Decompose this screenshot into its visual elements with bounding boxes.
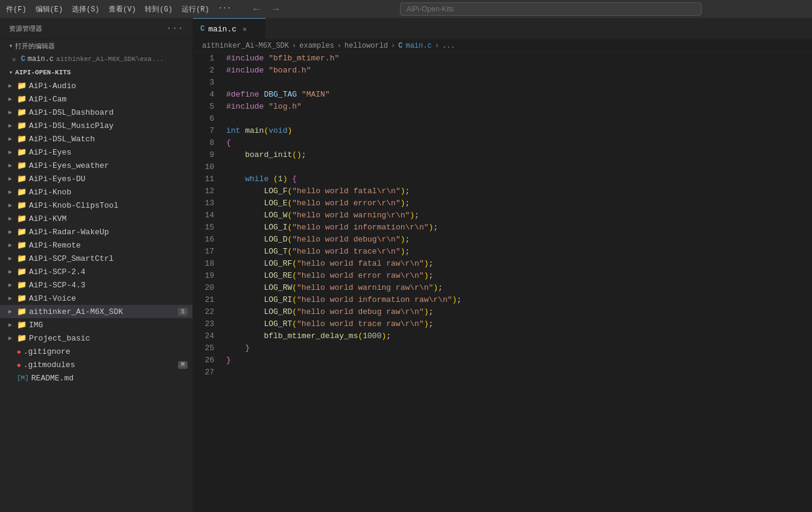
menu-edit[interactable]: 编辑(E) — [36, 4, 63, 14]
sidebar-item-_gitmodules[interactable]: ◆.gitmodulesM — [0, 358, 192, 371]
code-editor[interactable]: 1#include "bflb_mtimer.h"2#include "boar… — [193, 53, 812, 512]
line-content[interactable]: LOG_RW("hello world warning raw\r\n"); — [223, 282, 812, 294]
line-content[interactable]: #include "bflb_mtimer.h" — [223, 53, 812, 65]
sidebar-item-IMG[interactable]: 📁IMG — [0, 318, 192, 331]
sidebar-item-AiPi_DSL_MusicPlay[interactable]: 📁AiPi-DSL_MusicPlay — [0, 119, 192, 132]
token-punct — [226, 235, 264, 244]
folder-icon: 📁 — [17, 174, 27, 184]
breadcrumb-file: main.c — [405, 42, 431, 50]
folder-arrow — [6, 255, 14, 262]
line-number: 14 — [193, 210, 223, 222]
token-num: 1 — [278, 174, 283, 184]
line-content[interactable]: LOG_RE("hello world error raw\r\n"); — [223, 270, 812, 282]
tree-item-label: IMG — [29, 321, 43, 330]
tab-main-c[interactable]: C main.c ✕ — [193, 18, 265, 39]
line-content[interactable]: int main(void) — [223, 125, 812, 137]
sidebar-item-AiPi_Audio[interactable]: 📁AiPi-Audio — [0, 79, 192, 92]
token-paren: ) — [297, 150, 302, 159]
line-content[interactable]: LOG_T("hello world trace\r\n"); — [223, 246, 812, 258]
sidebar-item-AiPi_Voice[interactable]: 📁AiPi-Voice — [0, 292, 192, 305]
line-content[interactable]: } — [223, 342, 812, 354]
token-fn: LOG_F — [264, 187, 287, 196]
folder-icon: 📁 — [17, 147, 27, 157]
menu-file[interactable]: 件(F) — [6, 4, 27, 14]
line-content[interactable]: while (1) { — [223, 173, 812, 185]
sidebar-item-AiPi_SCP_4_3[interactable]: 📁AiPi-SCP-4.3 — [0, 278, 192, 292]
line-content[interactable]: LOG_W("hello world warning\r\n"); — [223, 210, 812, 222]
sidebar-item-AiPi_KVM[interactable]: 📁AiPi-KVM — [0, 212, 192, 225]
line-content[interactable]: LOG_D("hello world debug\r\n"); — [223, 234, 812, 246]
line-content[interactable] — [223, 113, 812, 125]
menu-view[interactable]: 查看(V) — [109, 4, 136, 14]
sidebar-item-Project_basic[interactable]: 📁Project_basic — [0, 331, 192, 345]
open-file-item[interactable]: ✕ C main.c aithinker_Ai-M6X_SDK\exa... — [0, 53, 192, 66]
line-number: 1 — [193, 53, 223, 65]
forward-button[interactable]: → — [268, 4, 283, 14]
sidebar-item-AiPi_SCP_SmartCtrl[interactable]: 📁AiPi-SCP_SmartCtrl — [0, 252, 192, 265]
token-punct: ; — [302, 150, 306, 159]
line-content[interactable]: LOG_I("hello world information\r\n"); — [223, 222, 812, 234]
line-content[interactable] — [223, 161, 812, 173]
line-content[interactable]: #include "log.h" — [223, 101, 812, 113]
sidebar-item-AiPi_Remote[interactable]: 📁AiPi-Remote — [0, 238, 192, 252]
line-content[interactable]: #include "board.h" — [223, 65, 812, 77]
menu-run[interactable]: 运行(R) — [182, 4, 209, 14]
line-content[interactable] — [223, 366, 812, 379]
folder-arrow — [6, 308, 14, 315]
sidebar-menu-icon[interactable]: ··· — [166, 23, 183, 34]
line-content[interactable]: bflb_mtimer_delay_ms(1000); — [223, 330, 812, 342]
sidebar-item-AiPi_Knob[interactable]: 📁AiPi-Knob — [0, 185, 192, 199]
code-line: 10 — [193, 161, 812, 173]
code-line: 15 LOG_I("hello world information\r\n"); — [193, 222, 812, 234]
menu-goto[interactable]: 转到(G) — [145, 4, 173, 14]
explorer-root-label[interactable]: AIPI-OPEN-KITS — [0, 66, 192, 79]
open-editors-label[interactable]: 打开的编辑器 — [0, 39, 192, 53]
sidebar-item-AiPi_Radar_WakeUp[interactable]: 📁AiPi-Radar-WakeUp — [0, 225, 192, 238]
sidebar-item-AiPi_Eyes_DU[interactable]: 📁AiPi-Eyes-DU — [0, 172, 192, 185]
line-content[interactable]: LOG_RT("hello world trace raw\r\n"); — [223, 318, 812, 330]
token-str: "hello world fatal raw\r\n" — [297, 259, 424, 268]
line-content[interactable]: LOG_F("hello world fatal\r\n"); — [223, 185, 812, 197]
line-content[interactable]: LOG_E("hello world error\r\n"); — [223, 197, 812, 210]
folder-arrow — [6, 268, 14, 275]
close-icon[interactable]: ✕ — [12, 56, 16, 63]
folder-arrow — [6, 109, 14, 116]
back-button[interactable]: ← — [249, 4, 264, 14]
folder-icon: 📁 — [17, 94, 27, 104]
sidebar-item-AiPi_SCP_2_4[interactable]: 📁AiPi-SCP-2.4 — [0, 265, 192, 278]
tree-item-label: aithinker_Ai-M6X_SDK — [29, 307, 123, 316]
breadcrumb-examples: examples — [299, 42, 334, 50]
tab-close-icon[interactable]: ✕ — [243, 25, 247, 34]
token-fn: LOG_RW — [264, 283, 292, 292]
line-content[interactable]: { — [223, 137, 812, 149]
sidebar-item-_gitignore[interactable]: ◆.gitignore — [0, 345, 192, 358]
line-content[interactable]: LOG_RD("hello world debug raw\r\n"); — [223, 306, 812, 318]
token-str: "hello world error raw\r\n" — [297, 271, 424, 280]
line-content[interactable]: LOG_RI("hello world information raw\r\n"… — [223, 294, 812, 306]
sidebar-item-AiPi_Eyes[interactable]: 📁AiPi-Eyes — [0, 146, 192, 159]
line-content[interactable]: LOG_RF("hello world fatal raw\r\n"); — [223, 258, 812, 270]
sidebar-item-aithinker_Ai_M6X_SDK[interactable]: 📁aithinker_Ai-M6X_SDKS — [0, 305, 192, 318]
line-content[interactable]: board_init(); — [223, 149, 812, 161]
token-punct: ; — [429, 259, 434, 268]
token-punct: ; — [405, 187, 410, 196]
menu-select[interactable]: 选择(S) — [72, 4, 100, 14]
line-content[interactable]: #define DBG_TAG "MAIN" — [223, 89, 812, 101]
line-number: 9 — [193, 149, 223, 161]
sidebar-item-README_md[interactable]: [M]README.md — [0, 371, 192, 385]
line-content[interactable] — [223, 77, 812, 89]
line-content[interactable]: } — [223, 354, 812, 366]
sidebar-item-AiPi_DSL_Dashboard[interactable]: 📁AiPi-DSL_Dashboard — [0, 106, 192, 119]
token-fn: LOG_RT — [264, 319, 292, 328]
breadcrumb-sep3: › — [391, 42, 395, 50]
folder-arrow — [6, 295, 14, 302]
sidebar-item-AiPi_Cam[interactable]: 📁AiPi-Cam — [0, 92, 192, 106]
tree-item-label: AiPi-SCP-2.4 — [29, 267, 86, 277]
search-input[interactable] — [400, 2, 702, 16]
sidebar-item-AiPi_Knob_ClipsTool[interactable]: 📁AiPi-Knob-ClipsTool — [0, 199, 192, 212]
sidebar-item-AiPi_DSL_Watch[interactable]: 📁AiPi-DSL_Watch — [0, 132, 192, 146]
token-fn: LOG_I — [264, 223, 287, 232]
menu-more[interactable]: ··· — [218, 4, 232, 14]
line-number: 22 — [193, 306, 223, 318]
sidebar-item-AiPi_Eyes_weather[interactable]: 📁AiPi-Eyes_weather — [0, 159, 192, 172]
